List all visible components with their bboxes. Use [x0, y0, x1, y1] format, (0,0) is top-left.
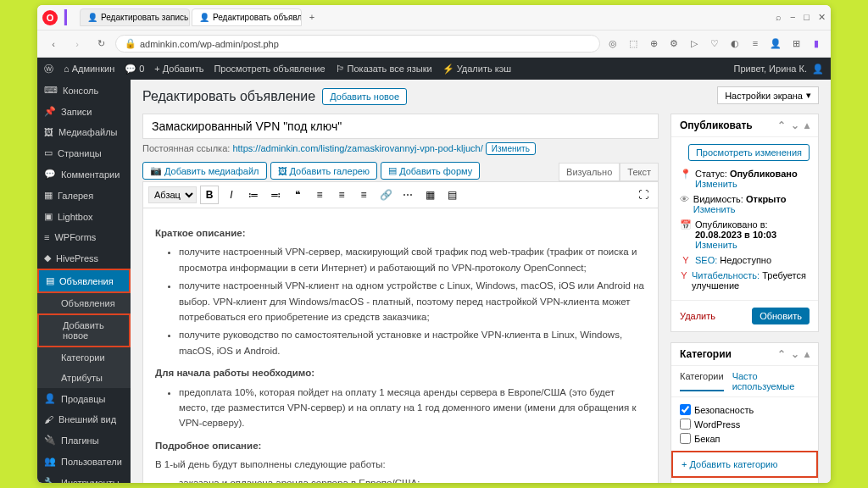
menu-item[interactable]: 👤Продавцы	[37, 388, 131, 409]
add-new-link[interactable]: + Добавить	[154, 64, 203, 74]
menu-item[interactable]: ◆HivePress	[37, 247, 131, 269]
text-tab[interactable]: Текст	[620, 163, 659, 180]
url-field[interactable]: 🔒adminkin.com/wp-admin/post.php	[115, 35, 600, 53]
edit-link[interactable]: Изменить	[695, 240, 737, 250]
ext-icon[interactable]: ⊞	[788, 38, 804, 49]
cat-tab-all[interactable]: Категории	[680, 371, 724, 391]
update-button[interactable]: Обновить	[752, 308, 810, 324]
align-left-icon[interactable]: ≡	[310, 186, 329, 204]
greeting[interactable]: Привет, Ирина К.	[734, 64, 807, 74]
menu-item[interactable]: ⌨Консоль	[37, 80, 131, 101]
permalink-url[interactable]: https://adminkin.com/listing/zamaskirova…	[232, 143, 482, 153]
toggle-icon[interactable]: ▴	[804, 348, 810, 360]
submenu-item[interactable]: Категории	[37, 347, 131, 368]
toggle-icon[interactable]: ▦	[420, 186, 439, 204]
menu-item[interactable]: 🔌Плагины	[37, 430, 131, 451]
minimize-icon[interactable]: −	[790, 12, 795, 23]
fullscreen-icon[interactable]: ⛶	[634, 186, 653, 204]
category-option[interactable]: WordPress	[680, 417, 810, 431]
ol-icon[interactable]: ≕	[266, 186, 285, 204]
category-checkbox[interactable]	[680, 419, 691, 430]
new-tab-button[interactable]: +	[303, 8, 320, 25]
chevron-down-icon[interactable]: ⌄	[791, 348, 799, 360]
screen-options[interactable]: Настройки экрана ▾	[717, 86, 819, 104]
menu-item[interactable]: ≡WPForms	[37, 227, 131, 247]
add-form-button[interactable]: ▤ Добавить форму	[381, 162, 480, 180]
visual-tab[interactable]: Визуально	[559, 163, 620, 180]
menu-item[interactable]: 📌Записи	[37, 101, 131, 122]
submenu-item[interactable]: Атрибуты	[37, 368, 131, 388]
ext-icon[interactable]: ▮	[809, 38, 824, 49]
search-icon[interactable]: ⌕	[776, 12, 782, 23]
forward-icon[interactable]: ›	[68, 35, 86, 53]
ext-icon[interactable]: 👤	[768, 38, 783, 49]
maximize-icon[interactable]: □	[804, 12, 810, 23]
category-option[interactable]: Безопасность	[680, 402, 810, 417]
reload-icon[interactable]: ↻	[92, 35, 110, 53]
post-title-input[interactable]	[142, 114, 659, 139]
edit-slug-button[interactable]: Изменить	[486, 142, 536, 155]
menu-item[interactable]: 💬Комментарии	[37, 164, 131, 185]
editor-content[interactable]: Краткое описание: получите настроенный V…	[142, 208, 659, 483]
avatar-icon[interactable]: 👤	[812, 64, 824, 75]
menu-item[interactable]: ▭Страницы	[37, 142, 131, 164]
menu-item[interactable]: 🖼Медиафайлы	[37, 122, 131, 142]
menu-item[interactable]: ▣Lightbox	[37, 206, 131, 227]
category-checkbox[interactable]	[680, 433, 691, 444]
submenu-item[interactable]: Объявления	[37, 293, 131, 313]
ext-icon[interactable]: ◎	[605, 38, 620, 49]
format-select[interactable]: Абзац	[148, 186, 197, 203]
close-icon[interactable]: ✕	[818, 12, 826, 23]
preview-button[interactable]: Просмотреть изменения	[688, 144, 810, 161]
add-media-button[interactable]: 📷 Добавить медиафайл	[142, 162, 267, 180]
ext-icon[interactable]: ≡	[748, 38, 763, 49]
view-link[interactable]: Просмотреть объявление	[214, 64, 325, 74]
ext-icon[interactable]: ◐	[727, 38, 743, 49]
add-gallery-button[interactable]: 🖼 Добавить галерею	[270, 162, 378, 180]
align-right-icon[interactable]: ≡	[354, 186, 373, 204]
category-checkbox[interactable]	[680, 404, 691, 415]
add-category-link[interactable]: + Добавить категорию	[682, 459, 778, 469]
edit-link[interactable]: Изменить	[695, 179, 737, 189]
ext-icon[interactable]: ♡	[707, 38, 722, 49]
menu-item[interactable]: ▦Галерея	[37, 185, 131, 206]
more-icon[interactable]: ⋯	[398, 186, 417, 204]
menu-item[interactable]: 👥Пользователи	[37, 451, 131, 472]
chevron-down-icon[interactable]: ⌄	[791, 119, 799, 131]
ul-icon[interactable]: ≔	[244, 186, 263, 204]
wp-logo-icon[interactable]: ⓦ	[44, 63, 53, 75]
wp-adminbar: ⓦ ⌂ Админкин 💬 0 + Добавить Просмотреть …	[37, 58, 831, 80]
langs-link[interactable]: 🏳 Показать все языки	[336, 64, 432, 74]
chevron-up-icon[interactable]: ⌃	[777, 119, 786, 131]
browser-tab[interactable]: 👤 Редактировать объявле...	[192, 8, 302, 26]
submenu-add-new[interactable]: Добавить новое	[39, 315, 129, 346]
italic-icon[interactable]: I	[222, 186, 241, 204]
ext-icon[interactable]: ⚙	[666, 38, 682, 49]
comments-link[interactable]: 💬 0	[125, 64, 144, 75]
menu-item[interactable]: 🖌Внешний вид	[37, 409, 131, 430]
add-new-button[interactable]: Добавить новое	[322, 88, 407, 105]
cat-tab-popular[interactable]: Часто используемые	[732, 371, 810, 391]
site-link[interactable]: ⌂ Админкин	[64, 64, 114, 74]
link-icon[interactable]: 🔗	[376, 186, 395, 204]
toggle-icon[interactable]: ▤	[442, 186, 461, 204]
back-icon[interactable]: ‹	[44, 35, 63, 53]
align-center-icon[interactable]: ≡	[332, 186, 351, 204]
category-option[interactable]: Бекап	[680, 431, 810, 446]
ext-icon[interactable]: ⊕	[646, 38, 661, 49]
chevron-up-icon[interactable]: ⌃	[777, 348, 786, 360]
ext-icon[interactable]: ▷	[687, 38, 702, 49]
read-link[interactable]: Читабельность:	[692, 270, 760, 280]
toggle-icon[interactable]: ▴	[804, 119, 810, 131]
bold-icon[interactable]: B	[200, 186, 219, 204]
menu-announcements[interactable]: ▤Объявления	[39, 270, 129, 291]
menu-item[interactable]: 🔧Инструменты	[37, 472, 131, 483]
ext-icon[interactable]: ⬚	[626, 38, 641, 49]
sidebar-toggle-icon[interactable]: ▎	[64, 9, 75, 25]
quote-icon[interactable]: ❝	[288, 186, 307, 204]
delete-link[interactable]: Удалить	[680, 311, 715, 321]
browser-tab[interactable]: 👤 Редактировать запись	[80, 8, 190, 26]
seo-link[interactable]: SEO:	[695, 255, 717, 265]
cache-link[interactable]: ⚡ Удалить кэш	[442, 64, 511, 75]
edit-link[interactable]: Изменить	[693, 204, 736, 214]
